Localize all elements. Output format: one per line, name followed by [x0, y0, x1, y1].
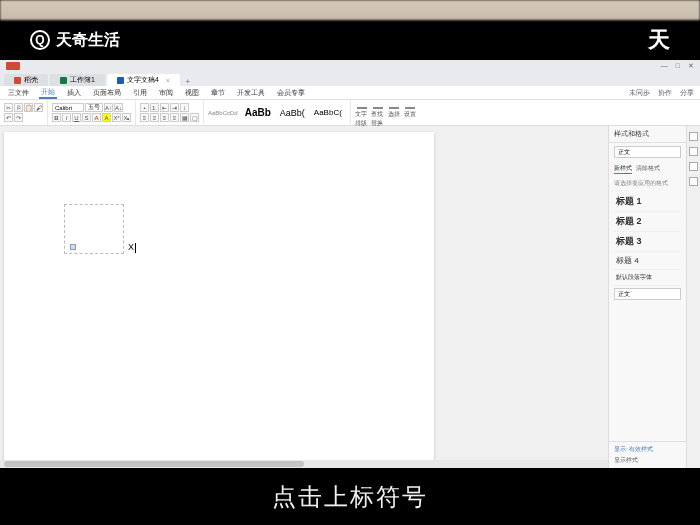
grow-font-button[interactable]: A↑	[104, 103, 113, 112]
paragraph-group: • 1. ⇤ ⇥ ↕ ≡ ≡ ≡ ≡ ▦ ▢	[136, 100, 204, 125]
align-right-button[interactable]: ≡	[160, 113, 169, 122]
current-style-display[interactable]: 正文	[614, 146, 681, 158]
paste-button[interactable]: 📋	[24, 103, 33, 112]
style-item-h1[interactable]: 标题 1	[614, 192, 681, 212]
subscript-button[interactable]: X₂	[122, 113, 131, 122]
tab-label: 工作簿1	[70, 75, 95, 85]
panel-icon-4[interactable]	[689, 177, 698, 186]
document-text[interactable]: X	[128, 242, 136, 253]
menu-view[interactable]: 视图	[183, 88, 201, 98]
indent-inc-button[interactable]: ⇥	[170, 103, 179, 112]
window-controls: — □ ✕	[661, 62, 694, 70]
font-color-button[interactable]: A	[92, 113, 101, 122]
brand-name: 天奇生活	[56, 30, 120, 51]
right-icon-bar	[686, 126, 700, 468]
styles-label: AaBbCcDd	[208, 110, 238, 116]
tab-document-active[interactable]: 文字文稿4 ×	[107, 74, 180, 86]
style-item-default-font[interactable]: 默认段落字体	[614, 270, 681, 286]
share-button[interactable]: 分享	[680, 88, 694, 98]
underline-button[interactable]: U	[72, 113, 81, 122]
indent-dec-button[interactable]: ⇤	[160, 103, 169, 112]
menu-file[interactable]: 三文件	[6, 88, 31, 98]
video-overlay-header: 天奇生活 天	[0, 20, 700, 60]
menu-vip[interactable]: 会员专享	[275, 88, 307, 98]
tab-workbook[interactable]: 工作簿1	[50, 74, 105, 86]
new-style-tab[interactable]: 新样式	[614, 164, 632, 174]
style-h1[interactable]: AaBb(	[276, 106, 309, 120]
show-filter[interactable]: 显示: 有效样式	[614, 445, 681, 454]
cut-button[interactable]: ✂	[4, 103, 13, 112]
style-item-h4[interactable]: 标题 4	[614, 252, 681, 270]
align-left-button[interactable]: ≡	[140, 113, 149, 122]
clipboard-group: ✂ ⎘ 📋 🖌 ↶ ↷	[0, 100, 48, 125]
style-item-h2[interactable]: 标题 2	[614, 212, 681, 232]
menu-insert[interactable]: 插入	[65, 88, 83, 98]
styles-group: AaBbCcDd AaBb AaBb( AaBbC(	[204, 100, 351, 125]
ribbon-toolbar: ✂ ⎘ 📋 🖌 ↶ ↷ Calibri 五号 A↑ A↓	[0, 100, 700, 126]
tab-label: 文字文稿4	[127, 75, 159, 85]
menu-review[interactable]: 审阅	[157, 88, 175, 98]
wps-icon	[6, 62, 20, 70]
strike-button[interactable]: S	[82, 113, 91, 122]
format-painter-button[interactable]: 🖌	[34, 103, 43, 112]
redo-button[interactable]: ↷	[14, 113, 23, 122]
show-styles-toggle[interactable]: 显示样式	[614, 456, 681, 465]
panel-icon-1[interactable]	[689, 132, 698, 141]
panel-title: 样式和格式	[609, 126, 686, 143]
font-size-select[interactable]: 五号	[85, 103, 103, 112]
tab-icon	[14, 77, 21, 84]
sync-status[interactable]: 未同步	[629, 88, 650, 98]
style-item-h3[interactable]: 标题 3	[614, 232, 681, 252]
new-tab-button[interactable]: +	[182, 76, 194, 86]
corner-text: 天	[648, 25, 670, 55]
menu-references[interactable]: 引用	[131, 88, 149, 98]
numbering-button[interactable]: 1.	[150, 103, 159, 112]
style-h2[interactable]: AaBbC(	[310, 106, 346, 119]
shading-button[interactable]: ▦	[180, 113, 189, 122]
settings-button[interactable]: 设置	[403, 107, 417, 119]
subtitle-caption: 点击上标符号	[272, 481, 428, 513]
maximize-button[interactable]: □	[676, 62, 680, 70]
tab-close-icon[interactable]: ×	[166, 77, 170, 84]
editing-group: 文字排版 查找替换 选择 设置	[351, 100, 421, 125]
menu-sections[interactable]: 章节	[209, 88, 227, 98]
style-item-body[interactable]: 正文	[614, 288, 681, 300]
font-group: Calibri 五号 A↑ A↓ B I U S A A X² X₂	[48, 100, 136, 125]
copy-button[interactable]: ⎘	[14, 103, 23, 112]
brand-logo: 天奇生活	[30, 30, 120, 51]
scrollbar-thumb[interactable]	[4, 461, 304, 467]
find-replace-button[interactable]: 查找替换	[371, 107, 385, 119]
document-page[interactable]: X	[4, 132, 434, 468]
tab-label: 稻壳	[24, 75, 38, 85]
clear-format-tab[interactable]: 清除格式	[636, 164, 660, 174]
menu-start[interactable]: 开始	[39, 87, 57, 99]
text-tools-button[interactable]: 文字排版	[355, 107, 369, 119]
borders-button[interactable]: ▢	[190, 113, 199, 122]
font-name-select[interactable]: Calibri	[52, 103, 84, 112]
shrink-font-button[interactable]: A↓	[114, 103, 123, 112]
close-button[interactable]: ✕	[688, 62, 694, 70]
align-justify-button[interactable]: ≡	[170, 113, 179, 122]
menu-layout[interactable]: 页面布局	[91, 88, 123, 98]
collab-button[interactable]: 协作	[658, 88, 672, 98]
superscript-button[interactable]: X²	[112, 113, 121, 122]
bold-button[interactable]: B	[52, 113, 61, 122]
horizontal-scrollbar[interactable]	[0, 460, 608, 468]
panel-icon-3[interactable]	[689, 162, 698, 171]
align-center-button[interactable]: ≡	[150, 113, 159, 122]
minimize-button[interactable]: —	[661, 62, 668, 70]
tab-home[interactable]: 稻壳	[4, 74, 48, 86]
tab-icon	[60, 77, 67, 84]
select-button[interactable]: 选择	[387, 107, 401, 119]
style-normal[interactable]: AaBb	[241, 105, 275, 120]
undo-button[interactable]: ↶	[4, 113, 13, 122]
document-viewport[interactable]: X	[0, 126, 608, 468]
panel-icon-2[interactable]	[689, 147, 698, 156]
line-spacing-button[interactable]: ↕	[180, 103, 189, 112]
highlight-button[interactable]: A	[102, 113, 111, 122]
bullets-button[interactable]: •	[140, 103, 149, 112]
italic-button[interactable]: I	[62, 113, 71, 122]
blurred-background	[0, 0, 700, 20]
titlebar: — □ ✕	[0, 60, 700, 72]
menu-devtools[interactable]: 开发工具	[235, 88, 267, 98]
